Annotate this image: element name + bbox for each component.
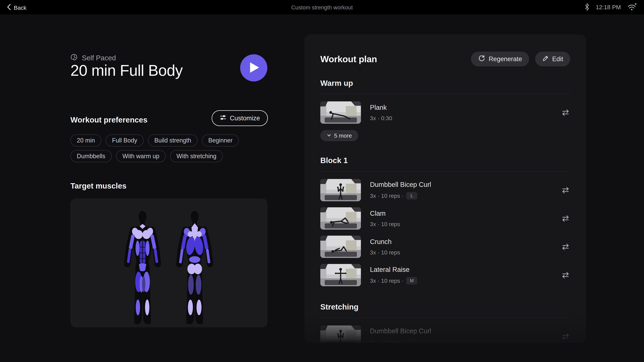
app-root: Back Custom strength workout 12:18 PM xyxy=(0,0,644,362)
section-divider xyxy=(320,171,570,172)
exercise-row[interactable]: Dumbbell Bicep Curl3x · 10 reps ·L xyxy=(320,326,570,343)
exercise-title: Crunch xyxy=(370,238,400,246)
lateral-exercise-thumbnail xyxy=(320,264,361,286)
wifi-status-dot xyxy=(635,3,636,5)
pencil-icon xyxy=(542,55,549,63)
weight-badge: L xyxy=(406,339,417,343)
swap-arrows-icon[interactable] xyxy=(561,332,570,341)
sliders-icon xyxy=(220,114,226,122)
curl-exercise-thumbnail xyxy=(320,326,361,343)
exercise-sets-reps: 3x · 10 reps · xyxy=(370,339,404,343)
exercise-sets-reps: 3x · 10 reps xyxy=(370,249,400,256)
bluetooth-icon xyxy=(584,3,590,11)
swap-arrows-icon[interactable] xyxy=(561,108,570,117)
exercise-title: Plank xyxy=(370,104,392,111)
refresh-icon xyxy=(478,55,485,63)
play-icon xyxy=(248,62,260,74)
preference-tags: 20 minFull BodyBuild strengthBeginnerDum… xyxy=(70,134,240,162)
screen-title: Custom strength workout xyxy=(0,4,644,11)
exercise-detail: 3x · 10 reps ·M xyxy=(370,277,417,284)
exercise-sets-reps: 3x · 10 reps · xyxy=(370,193,404,199)
section-heading: Stretching xyxy=(320,302,570,311)
weight-badge: M xyxy=(406,277,417,284)
chevron-down-icon xyxy=(327,132,332,139)
preference-tag[interactable]: Build strength xyxy=(148,134,198,146)
customize-button[interactable]: Customize xyxy=(212,110,268,126)
exercise-title: Dumbbell Bicep Curl xyxy=(370,327,431,335)
section-heading: Block 1 xyxy=(320,156,570,165)
swap-arrows-icon[interactable] xyxy=(561,242,570,252)
curl-exercise-thumbnail xyxy=(320,179,361,201)
swap-arrows-icon[interactable] xyxy=(561,271,570,280)
exercise-detail: 3x · 10 reps xyxy=(370,249,400,256)
preference-tag[interactable]: 20 min xyxy=(70,134,101,146)
section-divider xyxy=(320,318,570,318)
exercise-sets-reps: 3x · 0:30 xyxy=(370,115,392,121)
workout-plan-card: Workout plan Regenerate xyxy=(304,34,586,343)
show-more-label: 5 more xyxy=(334,132,352,139)
target-muscles-card xyxy=(70,199,268,327)
section-divider xyxy=(320,94,570,94)
self-paced-clock-icon xyxy=(70,53,78,63)
exercise-row[interactable]: Clam3x · 10 reps xyxy=(320,207,570,230)
customize-label: Customize xyxy=(230,115,260,122)
preference-tag[interactable]: With stretching xyxy=(170,150,223,162)
preference-tag[interactable]: Dumbbells xyxy=(70,150,112,162)
exercise-sets-reps: 3x · 10 reps xyxy=(370,221,400,227)
exercise-detail: 3x · 10 reps ·L xyxy=(370,192,431,199)
play-button[interactable] xyxy=(240,54,267,81)
plan-sections: Warm up Plank3x · 0:30 5 moreBlock 1 Dum… xyxy=(320,79,570,343)
swap-arrows-icon[interactable] xyxy=(561,186,570,195)
status-bar: Back Custom strength workout 12:18 PM xyxy=(0,0,644,14)
exercise-title: Dumbbell Bicep Curl xyxy=(370,181,431,188)
workout-plan-heading: Workout plan xyxy=(320,54,377,64)
page-title: 20 min Full Body xyxy=(70,62,183,79)
clock-time: 12:18 PM xyxy=(596,4,621,10)
clam-exercise-thumbnail xyxy=(320,207,361,230)
muscle-figure-front xyxy=(124,209,161,325)
exercise-row[interactable]: Plank3x · 0:30 xyxy=(320,101,570,124)
plank-exercise-thumbnail xyxy=(320,101,361,124)
swap-arrows-icon[interactable] xyxy=(561,214,570,223)
preference-tag[interactable]: Beginner xyxy=(202,134,239,146)
workout-plan-header: Workout plan Regenerate xyxy=(320,50,570,68)
target-muscles-heading: Target muscles xyxy=(70,181,126,190)
edit-label: Edit xyxy=(552,55,563,63)
show-more-button[interactable]: 5 more xyxy=(320,130,358,141)
exercise-detail: 3x · 10 reps ·L xyxy=(370,339,431,343)
exercise-row[interactable]: Crunch3x · 10 reps xyxy=(320,236,570,258)
preference-tag[interactable]: Full Body xyxy=(106,134,144,146)
preference-tag[interactable]: With warm up xyxy=(116,150,166,162)
crunch-exercise-thumbnail xyxy=(320,236,361,258)
exercise-row[interactable]: Dumbbell Bicep Curl3x · 10 reps ·L xyxy=(320,179,570,201)
regenerate-button[interactable]: Regenerate xyxy=(471,52,529,66)
exercise-sets-reps: 3x · 10 reps · xyxy=(370,278,404,284)
workout-mode: Self Paced xyxy=(70,53,116,63)
exercise-detail: 3x · 0:30 xyxy=(370,115,392,121)
workout-mode-label: Self Paced xyxy=(82,54,116,62)
exercise-title: Clam xyxy=(370,210,400,217)
weight-badge: L xyxy=(406,192,417,199)
muscle-figure-back xyxy=(176,209,213,325)
edit-button[interactable]: Edit xyxy=(535,52,570,66)
exercise-title: Lateral Raise xyxy=(370,266,417,273)
preferences-heading: Workout preferences xyxy=(70,115,148,124)
exercise-detail: 3x · 10 reps xyxy=(370,221,400,227)
exercise-row[interactable]: Lateral Raise3x · 10 reps ·M xyxy=(320,264,570,286)
section-heading: Warm up xyxy=(320,79,570,88)
regenerate-label: Regenerate xyxy=(489,55,522,63)
wifi-icon xyxy=(627,3,636,11)
